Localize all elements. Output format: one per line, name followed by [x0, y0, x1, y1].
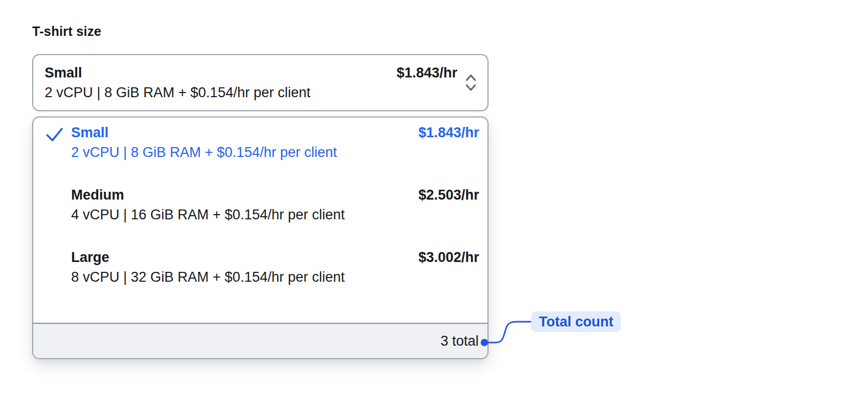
option-name: Small	[71, 123, 108, 142]
option-description: 8 vCPU | 32 GiB RAM + $0.154/hr per clie…	[71, 269, 345, 285]
total-count-label: 3 total	[440, 333, 479, 349]
size-select-trigger[interactable]: Small $1.843/hr 2 vCPU | 8 GiB RAM + $0.…	[32, 54, 489, 111]
selected-value-price: $1.843/hr	[397, 63, 457, 83]
option-price: $1.843/hr	[418, 123, 479, 142]
annotation-anchor-dot	[481, 339, 488, 346]
option-description: 2 vCPU | 8 GiB RAM + $0.154/hr per clien…	[71, 145, 337, 160]
option-large[interactable]: Large $3.002/hr 8 vCPU | 32 GiB RAM + $0…	[46, 247, 479, 287]
annotation-label: Total count	[539, 314, 613, 330]
check-placeholder	[46, 247, 71, 252]
annotation-total-count: Total count	[531, 311, 621, 332]
selected-value-description: 2 vCPU | 8 GiB RAM + $0.154/hr per clien…	[45, 83, 457, 102]
check-icon	[46, 123, 71, 144]
check-placeholder	[46, 185, 71, 190]
annotation-connector-line	[480, 309, 537, 351]
option-name: Large	[71, 247, 110, 267]
option-description: 4 vCPU | 16 GiB RAM + $0.154/hr per clie…	[71, 207, 345, 222]
selected-value-name: Small	[45, 63, 394, 83]
dropdown-footer: 3 total	[33, 323, 487, 358]
field-label: T-shirt size	[32, 24, 101, 39]
chevron-up-down-icon	[464, 72, 478, 93]
option-small[interactable]: Small $1.843/hr 2 vCPU | 8 GiB RAM + $0.…	[46, 123, 479, 162]
option-medium[interactable]: Medium $2.503/hr 4 vCPU | 16 GiB RAM + $…	[46, 185, 479, 225]
options-list: Small $1.843/hr 2 vCPU | 8 GiB RAM + $0.…	[33, 117, 487, 323]
option-price: $3.002/hr	[418, 247, 479, 267]
size-select-dropdown: Small $1.843/hr 2 vCPU | 8 GiB RAM + $0.…	[32, 116, 489, 359]
page: { "field": { "label": "T-shirt size" }, …	[0, 0, 868, 394]
option-price: $2.503/hr	[418, 185, 479, 205]
option-name: Medium	[71, 185, 124, 205]
